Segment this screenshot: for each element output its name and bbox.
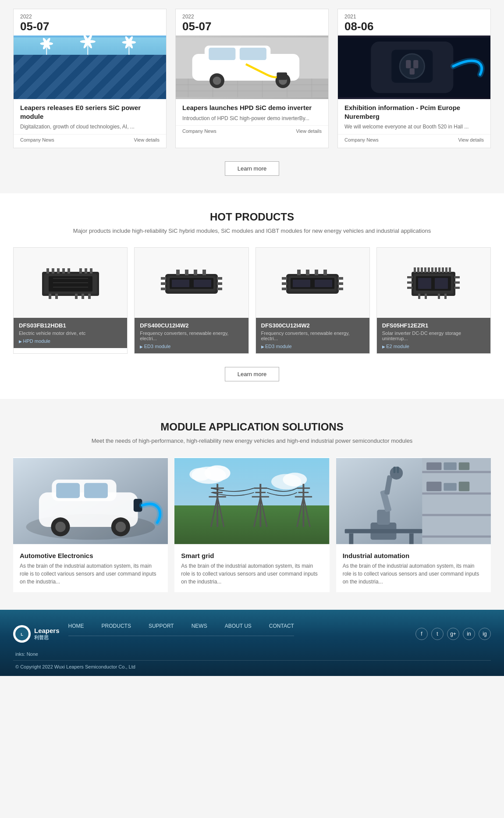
- product-name-1: DFS03FB12HDB1: [19, 322, 122, 329]
- svg-rect-113: [407, 281, 412, 284]
- twitter-icon[interactable]: t: [431, 628, 444, 640]
- svg-rect-168: [458, 462, 469, 470]
- news-img-2: [176, 36, 328, 99]
- svg-point-139: [190, 468, 211, 480]
- product-card-2[interactable]: DFS400CU12I4W2 Frequency converters, ren…: [134, 247, 248, 354]
- svg-rect-112: [407, 276, 412, 278]
- product-card-3[interactable]: DFS300CU12I4W2 Frequency converters, ren…: [256, 247, 370, 354]
- svg-rect-78: [185, 270, 188, 275]
- product-tag-3: ED3 module: [261, 344, 364, 349]
- svg-rect-98: [315, 280, 332, 287]
- svg-rect-177: [393, 466, 395, 473]
- news-desc-1: Digitalization, growth of cloud technolo…: [14, 123, 166, 134]
- news-date-1: 05-07: [14, 21, 166, 36]
- news-view-3[interactable]: View details: [458, 137, 484, 142]
- solution-card-2[interactable]: Smart grid As the brain of the industria…: [174, 457, 329, 592]
- news-desc-3: We will welcome everyone at our Booth 52…: [338, 123, 490, 134]
- svg-rect-25: [176, 78, 328, 97]
- svg-rect-88: [282, 288, 287, 290]
- svg-rect-116: [454, 281, 460, 284]
- product-desc-2: Frequency converters, renewable energy, …: [140, 331, 243, 341]
- svg-rect-79: [194, 270, 197, 275]
- svg-rect-180: [349, 533, 353, 544]
- footer-nav: HOME PRODUCTS SUPPORT NEWS ABOUT US CONT…: [68, 623, 294, 636]
- news-card-2: 2022 05-07: [175, 9, 329, 148]
- footer-nav-contact[interactable]: CONTACT: [269, 623, 294, 629]
- svg-rect-60: [49, 294, 51, 299]
- news-view-2[interactable]: View details: [296, 128, 322, 134]
- product-info-2: DFS400CU12I4W2 Frequency converters, ren…: [135, 318, 248, 353]
- svg-rect-108: [438, 267, 440, 273]
- svg-rect-105: [428, 267, 430, 273]
- footer-nav-about[interactable]: ABOUT US: [225, 623, 252, 629]
- svg-rect-123: [418, 278, 431, 289]
- product-tag-1: HPD module: [19, 338, 122, 344]
- svg-rect-129: [56, 483, 80, 498]
- product-desc-4: Solar inverter DC-DC energy storage unin…: [382, 331, 485, 341]
- footer: L Leapers 利普思 HOME PRODUCTS SUPPORT NEWS…: [0, 610, 504, 676]
- footer-logo: L Leapers 利普思: [13, 625, 60, 643]
- svg-rect-111: [449, 267, 451, 273]
- news-category-2: Company News: [182, 128, 217, 134]
- svg-point-23: [122, 41, 135, 44]
- svg-point-132: [55, 522, 66, 532]
- footer-nav-news[interactable]: NEWS: [192, 623, 207, 629]
- solution-card-1[interactable]: Automotive Electronics As the brain of t…: [13, 457, 168, 592]
- instagram-icon[interactable]: ig: [479, 628, 491, 640]
- products-learn-more-btn[interactable]: Learn more: [225, 367, 279, 381]
- product-tag-2: ED3 module: [140, 344, 243, 349]
- svg-rect-107: [435, 267, 437, 273]
- svg-rect-1: [14, 62, 166, 97]
- svg-rect-166: [426, 462, 441, 470]
- svg-rect-181: [409, 533, 414, 544]
- svg-rect-75: [217, 282, 222, 285]
- svg-rect-52: [46, 268, 49, 274]
- products-grid: DFS03FB12HDB1 Electric vehicle motor dri…: [13, 247, 491, 354]
- footer-nav-products[interactable]: PRODUCTS: [102, 623, 131, 629]
- news-learn-more-btn[interactable]: Learn more: [225, 161, 279, 176]
- news-footer-1: Company News View details: [14, 134, 166, 148]
- svg-point-46: [400, 54, 424, 78]
- svg-rect-83: [194, 280, 211, 287]
- solutions-subtitle: Meet the needs of high-performance, high…: [13, 437, 491, 444]
- solution-title-2: Smart grid: [174, 547, 329, 562]
- news-img-1: [14, 36, 166, 99]
- svg-rect-103: [421, 267, 423, 273]
- news-category-3: Company News: [344, 137, 379, 142]
- product-card-4[interactable]: DFS05HF12EZR1 Solar inverter DC-DC energ…: [376, 247, 491, 354]
- solution-img-3: [336, 457, 491, 545]
- solutions-section: MODULE APPLICATION SOLUTIONS Meet the ne…: [0, 399, 504, 610]
- footer-nav-support[interactable]: SUPPORT: [149, 623, 174, 629]
- solution-desc-1: As the brain of the industrial automatio…: [13, 562, 168, 592]
- linkedin-icon[interactable]: in: [463, 628, 475, 640]
- footer-nav-home[interactable]: HOME: [68, 623, 84, 629]
- svg-rect-169: [426, 482, 441, 491]
- solutions-title: MODULE APPLICATION SOLUTIONS: [13, 421, 491, 433]
- facebook-icon[interactable]: f: [415, 628, 428, 640]
- google-plus-icon[interactable]: g+: [447, 628, 459, 640]
- solution-card-3[interactable]: Industrial automation As the brain of th…: [336, 457, 491, 592]
- news-view-1[interactable]: View details: [134, 137, 160, 142]
- svg-line-4: [14, 75, 166, 81]
- svg-point-19: [80, 40, 95, 43]
- footer-main-row: L Leapers 利普思 HOME PRODUCTS SUPPORT NEWS…: [13, 623, 491, 645]
- product-info-4: DFS05HF12EZR1 Solar inverter DC-DC energ…: [377, 318, 490, 353]
- svg-rect-171: [458, 482, 469, 491]
- svg-rect-104: [424, 267, 426, 273]
- product-img-area-1: [14, 248, 127, 318]
- product-desc-3: Frequency converters, renewable energy, …: [261, 331, 364, 341]
- product-card-1[interactable]: DFS03FB12HDB1 Electric vehicle motor dri…: [13, 247, 128, 354]
- svg-rect-163: [422, 492, 491, 494]
- news-card-1: 2022 05-07: [13, 9, 167, 148]
- svg-rect-121: [444, 294, 447, 299]
- svg-rect-92: [297, 270, 301, 275]
- solutions-grid: Automotive Electronics As the brain of t…: [13, 457, 491, 592]
- svg-rect-93: [306, 270, 309, 275]
- news-date-3: 08-06: [338, 21, 490, 36]
- svg-rect-118: [418, 294, 420, 299]
- svg-rect-170: [444, 483, 456, 491]
- svg-rect-73: [161, 288, 166, 290]
- svg-rect-167: [444, 462, 456, 470]
- news-year-2: 2022: [176, 9, 328, 21]
- svg-point-176: [390, 466, 402, 479]
